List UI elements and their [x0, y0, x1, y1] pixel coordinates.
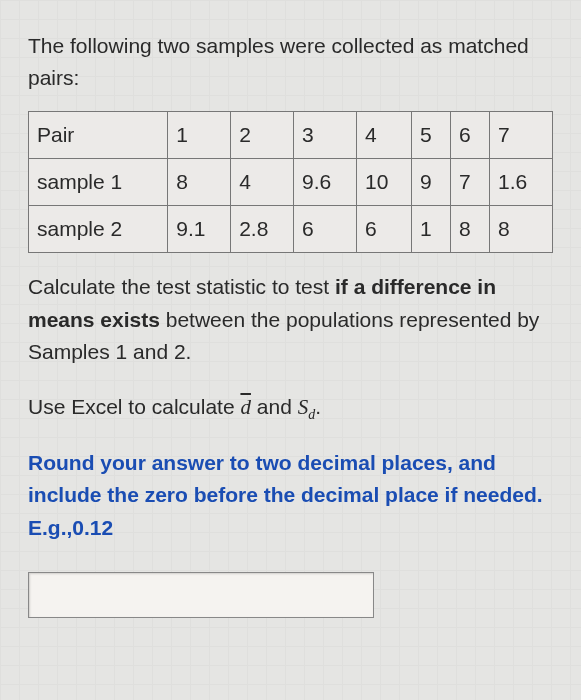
- cell: 9.6: [294, 159, 357, 206]
- table-row: sample 2 9.1 2.8 6 6 1 8 8: [29, 206, 553, 253]
- excel-part: and: [251, 395, 298, 418]
- cell: 7: [450, 159, 489, 206]
- cell: 9: [411, 159, 450, 206]
- cell: 8: [450, 206, 489, 253]
- cell: 1: [411, 206, 450, 253]
- question-part: Calculate the test statistic to test: [28, 275, 335, 298]
- table-row: sample 1 8 4 9.6 10 9 7 1.6: [29, 159, 553, 206]
- cell: 8: [168, 159, 231, 206]
- cell: sample 2: [29, 206, 168, 253]
- excel-part: Use Excel to calculate: [28, 395, 240, 418]
- cell: 4: [356, 112, 411, 159]
- question-text: Calculate the test statistic to test if …: [28, 271, 553, 369]
- cell: 6: [356, 206, 411, 253]
- cell: 10: [356, 159, 411, 206]
- sd-symbol: Sd: [298, 395, 316, 419]
- cell: 1.6: [490, 159, 553, 206]
- intro-text: The following two samples were collected…: [28, 30, 553, 93]
- d-bar-symbol: d: [240, 395, 251, 419]
- cell: sample 1: [29, 159, 168, 206]
- answer-input[interactable]: [28, 572, 374, 618]
- table-row: Pair 1 2 3 4 5 6 7: [29, 112, 553, 159]
- cell: 4: [231, 159, 294, 206]
- data-table: Pair 1 2 3 4 5 6 7 sample 1 8 4 9.6 10 9…: [28, 111, 553, 253]
- cell: 6: [450, 112, 489, 159]
- cell: 7: [490, 112, 553, 159]
- cell: 6: [294, 206, 357, 253]
- cell: 3: [294, 112, 357, 159]
- cell: 1: [168, 112, 231, 159]
- cell: 8: [490, 206, 553, 253]
- cell: 2: [231, 112, 294, 159]
- rounding-instruction: Round your answer to two decimal places,…: [28, 447, 553, 545]
- cell: Pair: [29, 112, 168, 159]
- excel-instruction: Use Excel to calculate d and Sd.: [28, 391, 553, 425]
- cell: 5: [411, 112, 450, 159]
- cell: 2.8: [231, 206, 294, 253]
- excel-part: .: [315, 395, 321, 418]
- cell: 9.1: [168, 206, 231, 253]
